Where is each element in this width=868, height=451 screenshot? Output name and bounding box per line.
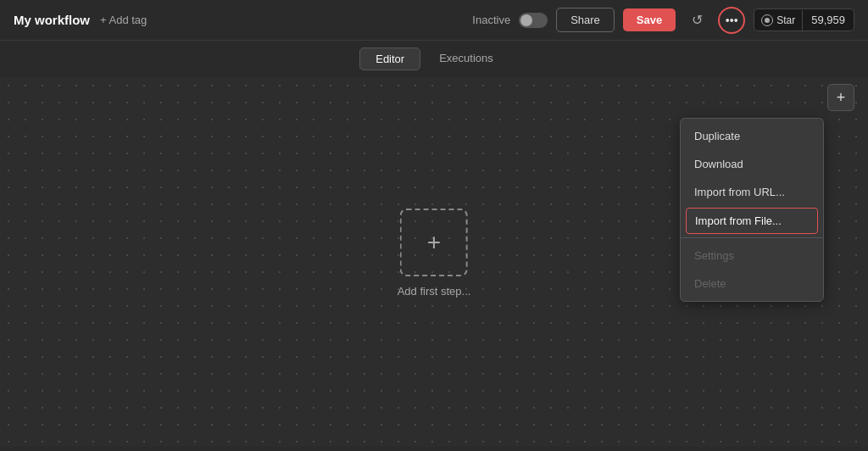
undo-button[interactable]: ↺ <box>684 8 709 33</box>
workflow-title: My workflow <box>14 13 90 27</box>
menu-item-download[interactable]: Download <box>681 150 823 178</box>
header-controls: Inactive Share Save ↺ ••• Star 59,959 <box>472 7 854 34</box>
share-button[interactable]: Share <box>556 8 615 32</box>
dropdown-menu: Duplicate Download Import from URL... Im… <box>680 118 824 302</box>
menu-item-settings[interactable]: Settings <box>681 242 823 270</box>
save-button[interactable]: Save <box>623 8 676 31</box>
star-label: Star <box>776 14 795 26</box>
tab-executions[interactable]: Executions <box>424 47 509 70</box>
header: My workflow + Add tag Inactive Share Sav… <box>0 0 868 41</box>
active-toggle[interactable] <box>519 13 548 28</box>
add-step-label: Add first step... <box>398 285 471 298</box>
menu-item-delete[interactable]: Delete <box>681 270 823 298</box>
add-first-step-area: + Add first step... <box>398 209 471 298</box>
add-tag-button[interactable]: + Add tag <box>100 14 147 26</box>
undo-icon: ↺ <box>692 12 703 28</box>
star-icon-area: Star <box>754 10 803 31</box>
canvas-add-icon: + <box>837 89 846 107</box>
star-count: 59,959 <box>803 9 854 31</box>
menu-item-duplicate[interactable]: Duplicate <box>681 122 823 150</box>
star-button[interactable]: Star 59,959 <box>754 8 854 31</box>
canvas-add-button[interactable]: + <box>827 84 854 111</box>
tab-editor[interactable]: Editor <box>359 47 420 70</box>
menu-item-import-url[interactable]: Import from URL... <box>681 178 823 206</box>
menu-divider <box>681 237 823 238</box>
inactive-label: Inactive <box>472 14 510 26</box>
menu-item-import-file[interactable]: Import from File... <box>686 208 818 234</box>
svg-point-1 <box>765 18 770 23</box>
workflow-canvas: + Add first step... + Duplicate Download… <box>0 77 868 447</box>
tabs-bar: Editor Executions <box>0 41 868 77</box>
add-step-button[interactable]: + <box>400 209 468 276</box>
more-options-button[interactable]: ••• <box>718 7 745 34</box>
more-icon: ••• <box>726 14 738 27</box>
plus-icon: + <box>427 229 441 256</box>
github-icon <box>761 14 773 26</box>
